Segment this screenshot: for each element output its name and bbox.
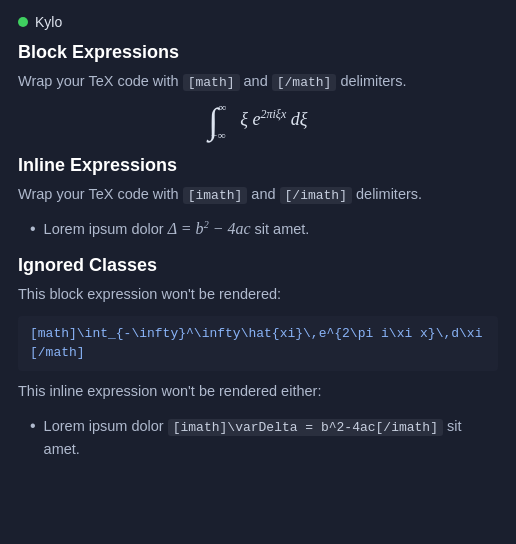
ignored-bullet-dot: •: [30, 413, 36, 439]
inline-desc-prefix: Wrap your TeX code with: [18, 186, 183, 202]
ignored-bullet-item: • Lorem ipsum dolor [imath]\varDelta = b…: [30, 413, 498, 462]
inline-desc-and: and: [247, 186, 279, 202]
imath-close-tag: [/imath]: [280, 187, 352, 204]
block-desc-and: and: [240, 73, 272, 89]
inline-bullet-item: • Lorem ipsum dolor Δ = b2 − 4ac sit ame…: [30, 216, 498, 242]
inline-expressions-section: Inline Expressions Wrap your TeX code wi…: [18, 155, 498, 241]
inline-expressions-heading: Inline Expressions: [18, 155, 498, 176]
username: Kylo: [35, 14, 62, 30]
integral-expression: ∫ ∞ −∞ ξ e2πiξx dξ: [208, 107, 307, 129]
inline-bullet-text: Lorem ipsum dolor Δ = b2 − 4ac sit amet.: [44, 216, 310, 242]
ignored-classes-heading: Ignored Classes: [18, 255, 498, 276]
block-expressions-heading: Block Expressions: [18, 42, 498, 63]
ignored-bullet-list: • Lorem ipsum dolor [imath]\varDelta = b…: [30, 413, 498, 462]
ignored-bullet-text: Lorem ipsum dolor [imath]\varDelta = b^2…: [44, 415, 498, 462]
inline-desc-suffix: delimiters.: [352, 186, 422, 202]
ignored-block-desc: This block expression won't be rendered:: [18, 284, 498, 306]
inline-expressions-description: Wrap your TeX code with [imath] and [/im…: [18, 184, 498, 206]
ignored-classes-section: Ignored Classes This block expression wo…: [18, 255, 498, 461]
math-open-tag: [math]: [183, 74, 240, 91]
ignored-imath-code: [imath]\varDelta = b^2-4ac[/imath]: [168, 419, 443, 436]
online-status-dot: [18, 17, 28, 27]
inline-bullet-list: • Lorem ipsum dolor Δ = b2 − 4ac sit ame…: [30, 216, 498, 242]
ignored-inline-desc: This inline expression won't be rendered…: [18, 381, 498, 403]
block-desc-suffix: delimiters.: [336, 73, 406, 89]
math-close-tag: [/math]: [272, 74, 337, 91]
block-desc-prefix: Wrap your TeX code with: [18, 73, 183, 89]
user-header: Kylo: [18, 14, 498, 30]
math-block-formula: ∫ ∞ −∞ ξ e2πiξx dξ: [18, 103, 498, 139]
ignored-block-code: [math]\int_{-\infty}^\infty\hat{xi}\,e^{…: [18, 316, 498, 371]
bullet-dot: •: [30, 216, 36, 242]
block-expressions-description: Wrap your TeX code with [math] and [/mat…: [18, 71, 498, 93]
block-expressions-section: Block Expressions Wrap your TeX code wit…: [18, 42, 498, 139]
inline-math-formula: Δ = b2 − 4ac: [168, 220, 251, 237]
imath-open-tag: [imath]: [183, 187, 248, 204]
